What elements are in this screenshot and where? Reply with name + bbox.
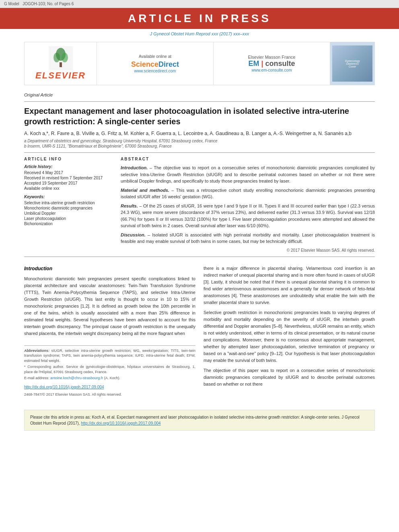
affiliation-b: b Inserm, UMR-S 1121, "Biomatériaux et B…	[24, 144, 375, 148]
corresponding-label: * Corresponding author.	[24, 365, 64, 369]
sciencedirect-url[interactable]: www.sciencedirect.com	[134, 69, 176, 73]
affiliation-a: a Department of obstetrics and gynecolog…	[24, 139, 375, 143]
abbreviations-text: sIUGR, selective intra-uterine growth re…	[24, 349, 195, 363]
email-suffix: (A. Koch).	[104, 376, 120, 380]
revised-date: Received in revised form 7 September 201…	[24, 176, 113, 180]
discussion-text: – Isolated sIUGR is associated with high…	[121, 232, 375, 244]
right-para3: The objective of this paper was to repor…	[204, 367, 375, 388]
journal-cover-image: GynecologyObstetricsCover	[332, 45, 372, 82]
history-label: Article history:	[24, 164, 113, 169]
article-in-press-banner: ARTICLE IN PRESS	[0, 8, 399, 29]
abstract-discussion: Discussion. – Isolated sIUGR is associat…	[121, 232, 375, 245]
elsevier-brand-text: ELSEVIER	[35, 70, 86, 81]
email-label: E-mail address:	[24, 376, 49, 380]
email-address[interactable]: antoine.koch@chru-strasbourg.fr	[50, 376, 103, 380]
article-info-column: ARTICLE INFO Article history: Received 4…	[24, 157, 113, 253]
article-info-header: ARTICLE INFO	[24, 157, 113, 161]
copyright-notice: © 2017 Elsevier Masson SAS. All rights r…	[121, 248, 375, 253]
keyword-5: Bichorionization	[24, 222, 113, 226]
abstract-results: Results. – Of the 25 cases of sIUGR, 16 …	[121, 203, 375, 229]
keyword-3: Umbilical Doppler	[24, 211, 113, 216]
keywords-label: Keywords:	[24, 195, 113, 199]
svg-point-3	[62, 53, 68, 62]
intro-heading: Introduction	[24, 265, 195, 273]
citation-text: Please cite this article in press as: Ko…	[30, 415, 360, 425]
keyword-2: Monochorionic diamniotic pregnancies	[24, 206, 113, 210]
corresponding-line: * Corresponding author. Service de gynéc…	[24, 364, 195, 374]
abbreviations-line: Abbreviations: sIUGR, selective intra-ut…	[24, 348, 195, 364]
results-label: Results.	[121, 203, 138, 208]
sciencedirect-brand: ScienceDirect	[131, 60, 179, 69]
body-two-col: Introduction Monochorionic diamniotic tw…	[24, 265, 375, 398]
intro-para1: Monochorionic diamniotic twin pregnancie…	[24, 275, 195, 337]
original-article-label: Original Article	[24, 92, 375, 97]
abstract-methods: Material and methods. – This was a retro…	[121, 187, 375, 200]
bottom-citation-notice: Please cite this article in press as: Ko…	[24, 410, 375, 431]
article-title: Expectant management and laser photocoag…	[24, 106, 375, 127]
available-online-text: Available online at	[139, 54, 171, 59]
right-para2: Selective growth restriction in monochor…	[204, 309, 375, 364]
abbreviations-label: Abbreviations:	[24, 349, 49, 353]
title-divider-top	[24, 101, 375, 102]
keyword-4: Laser photocoagulation	[24, 216, 113, 221]
top-bar: G Model JOGOH-103; No. of Pages 6	[0, 0, 399, 8]
body-divider	[24, 257, 375, 257]
received-date: Received 4 May 2017	[24, 170, 113, 175]
elsevier-masson-text: Elsevier Masson France	[248, 55, 296, 60]
elsevier-logo: ELSEVIER	[25, 42, 97, 85]
emconsulte-url[interactable]: www.em-consulte.com	[251, 68, 292, 72]
journal-thumbnail: GynecologyObstetricsCover	[330, 42, 374, 85]
jogoh-label: JOGOH-103; No. of Pages 6	[23, 2, 74, 6]
citation-doi-link[interactable]: http://dx.doi.org/10.1016/j.jogoh.2017.0…	[81, 421, 161, 425]
intro-label: Introduction.	[121, 165, 148, 170]
accepted-date: Accepted 19 September 2017	[24, 181, 113, 185]
body-left-col: Introduction Monochorionic diamniotic tw…	[24, 265, 195, 398]
g-model-label: G Model	[4, 2, 19, 6]
body-text: Introduction Monochorionic diamniotic tw…	[24, 265, 375, 398]
methods-label: Material and methods.	[121, 188, 169, 193]
footnotes-area: Abbreviations: sIUGR, selective intra-ut…	[24, 345, 195, 398]
svg-point-2	[53, 53, 60, 62]
keyword-1: Selective intra-uterine growth restricti…	[24, 201, 113, 205]
abstract-header: ABSTRACT	[121, 157, 375, 161]
results-text: – Of the 25 cases of sIUGR, 16 were type…	[121, 203, 375, 228]
abstract-column: ABSTRACT Introduction. – The objective w…	[121, 157, 375, 253]
abstract-divider	[24, 152, 375, 153]
email-line: E-mail address: antoine.koch@chru-strasb…	[24, 376, 195, 381]
body-right-col: there is a major difference in placental…	[204, 265, 375, 398]
header-logos-row: ELSEVIER Available online at ScienceDire…	[24, 42, 375, 85]
right-para1: there is a major difference in placental…	[204, 265, 375, 306]
svg-rect-4	[60, 62, 62, 67]
intro-text: – The objective was to report on a conse…	[121, 165, 375, 183]
issn-line: 2468-7847/© 2017 Elsevier Masson SAS. Al…	[24, 392, 195, 398]
available-online: Available online xxx	[24, 186, 113, 191]
abstract-text: Introduction. – The objective was to rep…	[121, 164, 375, 245]
article-info-abstract-row: ARTICLE INFO Article history: Received 4…	[24, 157, 375, 253]
discussion-label: Discussion.	[121, 232, 146, 237]
authors-line: A. Koch a,*, R. Favre a, B. Viville a, G…	[24, 131, 375, 136]
main-content: Original Article Expectant management an…	[0, 88, 399, 406]
emconsulte-block: Elsevier Masson France EM | consulte www…	[214, 42, 330, 85]
sciencedirect-block: Available online at ScienceDirect www.sc…	[97, 42, 214, 85]
journal-title-bar: J Gynecol Obstet Hum Reprod xxx (2017) x…	[0, 29, 399, 39]
elsevier-tree-icon	[49, 46, 73, 70]
emconsulte-brand: EM | consulte	[248, 60, 295, 68]
abstract-intro: Introduction. – The objective was to rep…	[121, 164, 375, 185]
doi-link[interactable]: http://dx.doi.org/10.1016/j.jogoh.2017.0…	[24, 384, 195, 390]
